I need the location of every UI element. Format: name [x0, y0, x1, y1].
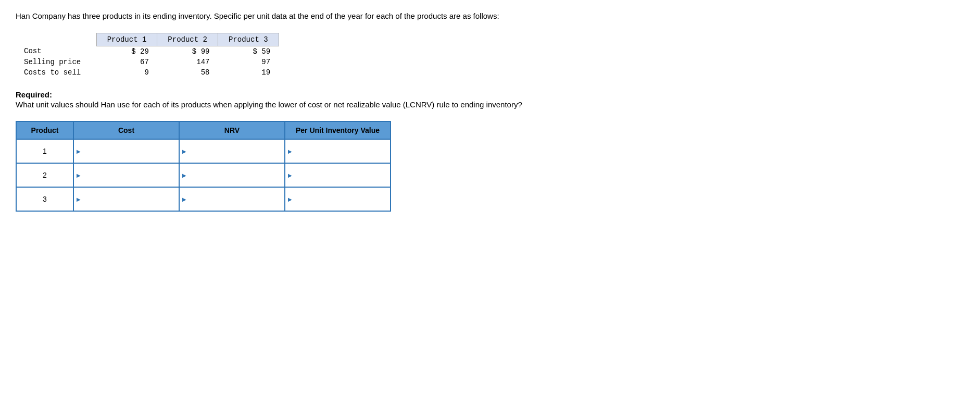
- nrv-input-1[interactable]: [187, 140, 284, 163]
- cost-p3: $ 59: [218, 46, 279, 57]
- arrow-icon-nrv-1: [180, 140, 187, 163]
- product3-header: Product 3: [218, 33, 279, 46]
- table-row: Costs to sell 9 58 19: [16, 67, 279, 78]
- product-column-header: Product: [16, 121, 73, 139]
- intro-text: Han Company has three products in its en…: [16, 10, 849, 22]
- value-input-2[interactable]: [293, 164, 390, 187]
- value-input-1[interactable]: [293, 140, 390, 163]
- value-input-cell-3[interactable]: [285, 187, 391, 211]
- arrow-icon-cost-3: [74, 188, 81, 211]
- cost-input-3[interactable]: [81, 188, 179, 211]
- selling-price-label: Selling price: [16, 57, 96, 67]
- product-3-cell: 3: [16, 187, 73, 211]
- arrow-icon-cost-2: [74, 164, 81, 187]
- value-input-cell-2[interactable]: [285, 163, 391, 187]
- arrow-icon-value-1: [285, 140, 293, 163]
- empty-header: [16, 33, 96, 46]
- top-data-table: Product 1 Product 2 Product 3 Cost $ 29 …: [16, 33, 279, 78]
- selling-p3: 97: [218, 57, 279, 67]
- answer-table: Product Cost NRV Per Unit Inventory Valu…: [16, 121, 391, 212]
- required-label: Required:: [16, 90, 52, 99]
- cost-p1: $ 29: [96, 46, 157, 57]
- product2-header: Product 2: [157, 33, 218, 46]
- required-section: Required: What unit values should Han us…: [16, 90, 849, 111]
- table-row: Cost $ 29 $ 99 $ 59: [16, 46, 279, 57]
- product-1-cell: 1: [16, 139, 73, 163]
- cost-input-cell-3[interactable]: [73, 187, 179, 211]
- arrow-icon-value-2: [285, 164, 293, 187]
- nrv-input-2[interactable]: [187, 164, 284, 187]
- product-2-cell: 2: [16, 163, 73, 187]
- cost-label: Cost: [16, 46, 96, 57]
- costs-to-sell-label: Costs to sell: [16, 67, 96, 78]
- costs-sell-p2: 58: [157, 67, 218, 78]
- table-row: 3: [16, 187, 391, 211]
- table-row: 1: [16, 139, 391, 163]
- arrow-icon-value-3: [285, 188, 293, 211]
- cost-column-header: Cost: [73, 121, 179, 139]
- nrv-input-3[interactable]: [187, 188, 284, 211]
- costs-sell-p1: 9: [96, 67, 157, 78]
- value-input-3[interactable]: [293, 188, 390, 211]
- nrv-column-header: NRV: [179, 121, 285, 139]
- answer-table-container: Product Cost NRV Per Unit Inventory Valu…: [16, 121, 964, 212]
- costs-sell-p3: 19: [218, 67, 279, 78]
- product1-header: Product 1: [96, 33, 157, 46]
- nrv-input-cell-1[interactable]: [179, 139, 285, 163]
- arrow-icon-nrv-3: [180, 188, 187, 211]
- nrv-input-cell-2[interactable]: [179, 163, 285, 187]
- selling-p2: 147: [157, 57, 218, 67]
- value-column-header: Per Unit Inventory Value: [285, 121, 391, 139]
- cost-p2: $ 99: [157, 46, 218, 57]
- table-row: Selling price 67 147 97: [16, 57, 279, 67]
- required-question: What unit values should Han use for each…: [16, 100, 522, 109]
- value-input-cell-1[interactable]: [285, 139, 391, 163]
- data-table-container: Product 1 Product 2 Product 3 Cost $ 29 …: [16, 33, 964, 78]
- selling-p1: 67: [96, 57, 157, 67]
- table-row: 2: [16, 163, 391, 187]
- cost-input-cell-1[interactable]: [73, 139, 179, 163]
- cost-input-1[interactable]: [81, 140, 179, 163]
- cost-input-cell-2[interactable]: [73, 163, 179, 187]
- nrv-input-cell-3[interactable]: [179, 187, 285, 211]
- cost-input-2[interactable]: [81, 164, 179, 187]
- arrow-icon-nrv-2: [180, 164, 187, 187]
- arrow-icon-cost-1: [74, 140, 81, 163]
